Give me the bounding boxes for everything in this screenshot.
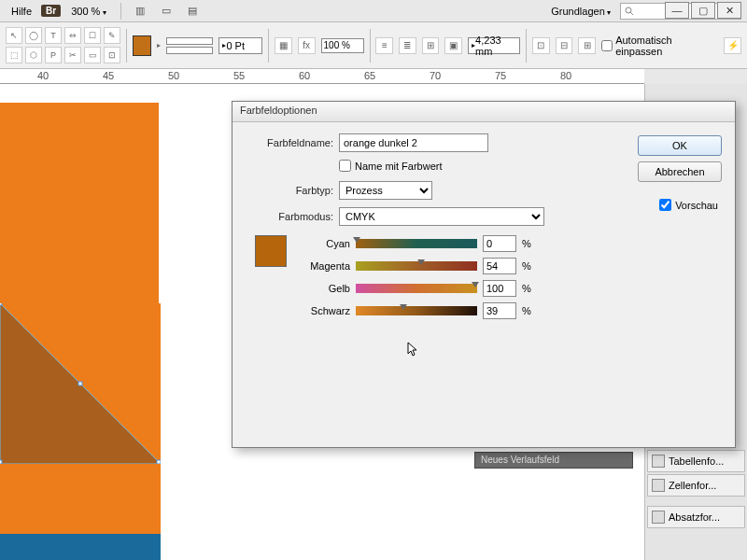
artwork-rect-orange-2[interactable] (0, 464, 161, 534)
text-wrap-icon[interactable]: ≡ (375, 37, 393, 54)
artwork-rect-blue[interactable] (0, 534, 161, 560)
opacity-input[interactable]: 100 % (321, 38, 364, 53)
panel-menu-item-new-gradient[interactable]: Neues Verlaufsfeld (474, 452, 633, 469)
view-options-icon[interactable]: ▥ (129, 2, 151, 21)
arrange-icon[interactable]: ▤ (181, 2, 204, 21)
name-label: Farbfeldname: (246, 137, 339, 148)
frame-fit-icon[interactable]: ⊞ (422, 37, 440, 54)
text-wrap-2-icon[interactable]: ≣ (399, 37, 416, 54)
name-with-color-label: Name mit Farbwert (355, 161, 443, 172)
align-3-icon[interactable]: ⊞ (578, 37, 596, 54)
align-icon[interactable]: ⊡ (532, 37, 550, 54)
yellow-value-input[interactable] (483, 280, 516, 297)
magenta-value-input[interactable] (483, 258, 516, 274)
auto-fit-checkbox[interactable]: Automatisch einpassen (601, 35, 712, 57)
cmyk-sliders: Cyan % Magenta % Gelb % (296, 235, 722, 325)
black-value-input[interactable] (483, 302, 516, 319)
minimize-button[interactable]: — (665, 2, 689, 19)
align-2-icon[interactable]: ⊟ (556, 37, 573, 54)
app-menubar: Hilfe Br 300 % ▥ ▭ ▤ Grundlagen (0, 0, 747, 22)
svg-rect-3 (0, 303, 2, 305)
magenta-label: Magenta (296, 260, 350, 272)
color-type-label: Farbtyp: (246, 185, 339, 196)
stroke-weight-input[interactable]: 0 Pt (218, 37, 262, 54)
cyan-value-input[interactable] (483, 235, 516, 252)
screen-mode-icon[interactable]: ▭ (155, 2, 177, 21)
effects-icon[interactable]: ▦ (275, 37, 292, 54)
color-mode-label: Farbmodus: (246, 211, 339, 222)
preview-checkbox[interactable] (659, 199, 671, 211)
separator (120, 3, 121, 20)
auto-fit-label: Automatisch einpassen (615, 35, 712, 57)
preview-label: Vorschau (675, 200, 718, 211)
yellow-label: Gelb (296, 283, 350, 294)
stroke-style[interactable] (166, 37, 213, 45)
workspace-switcher[interactable]: Grundlagen (545, 4, 616, 19)
separator (526, 29, 527, 63)
swatch-options-dialog: Farbfeldoptionen Farbfeldname: Name mit … (232, 101, 736, 448)
zoom-level-dropdown[interactable]: 300 % (64, 3, 112, 20)
artwork-rect-orange[interactable] (0, 103, 159, 303)
quick-apply-icon[interactable]: ⚡ (724, 37, 741, 54)
yellow-slider[interactable] (356, 284, 477, 293)
fill-swatch[interactable] (133, 35, 152, 56)
cancel-button[interactable]: Abbrechen (638, 161, 722, 182)
cyan-slider[interactable] (356, 239, 477, 248)
svg-line-1 (630, 12, 633, 15)
maximize-button[interactable]: ▢ (691, 2, 715, 19)
artwork-triangle-brown[interactable] (0, 303, 161, 464)
stroke-controls (166, 37, 213, 54)
svg-rect-6 (78, 382, 82, 385)
name-with-color-checkbox[interactable] (339, 160, 351, 172)
window-controls: — ▢ ✕ (665, 2, 741, 19)
dimension-input[interactable]: 4,233 mm (468, 37, 520, 54)
cyan-label: Cyan (296, 238, 350, 249)
black-slider[interactable] (356, 306, 477, 315)
color-mode-select[interactable]: CMYK (339, 207, 544, 226)
cell-icon (652, 479, 665, 492)
ok-button[interactable]: OK (638, 135, 722, 156)
tool-palette[interactable]: ↖◯T⇔☐✎ ⬚⬡P✂▭⊡ (6, 27, 120, 63)
color-preview-swatch (255, 235, 287, 267)
control-toolbar: ↖◯T⇔☐✎ ⬚⬡P✂▭⊡ ▸ 0 Pt ▦ fx 100 % ≡ ≣ ⊞ ▣ … (0, 22, 747, 69)
black-label: Schwarz (296, 305, 350, 316)
close-button[interactable]: ✕ (717, 2, 741, 19)
magenta-slider[interactable] (356, 261, 477, 271)
object-fit-icon[interactable]: ▣ (444, 37, 462, 54)
stroke-style-2[interactable] (166, 47, 213, 54)
dialog-title: Farbfeldoptionen (233, 102, 735, 122)
panel-cell-formats[interactable]: Zellenfor... (647, 474, 745, 497)
separator (370, 29, 371, 63)
table-icon (652, 455, 665, 468)
swatch-name-input[interactable] (339, 133, 488, 152)
auto-fit-check[interactable] (601, 40, 613, 51)
separator (126, 29, 127, 63)
fx-icon[interactable]: fx (298, 37, 316, 54)
color-type-select[interactable]: Prozess (339, 181, 432, 200)
bridge-launcher[interactable]: Br (41, 5, 61, 17)
panel-table-formats[interactable]: Tabellenfo... (647, 450, 745, 472)
menu-help[interactable]: Hilfe (6, 4, 37, 19)
separator (268, 29, 269, 63)
paragraph-icon (652, 511, 665, 524)
horizontal-ruler: 40 45 50 55 60 65 70 75 80 (0, 69, 644, 84)
panel-paragraph-formats[interactable]: Absatzfor... (647, 506, 745, 528)
